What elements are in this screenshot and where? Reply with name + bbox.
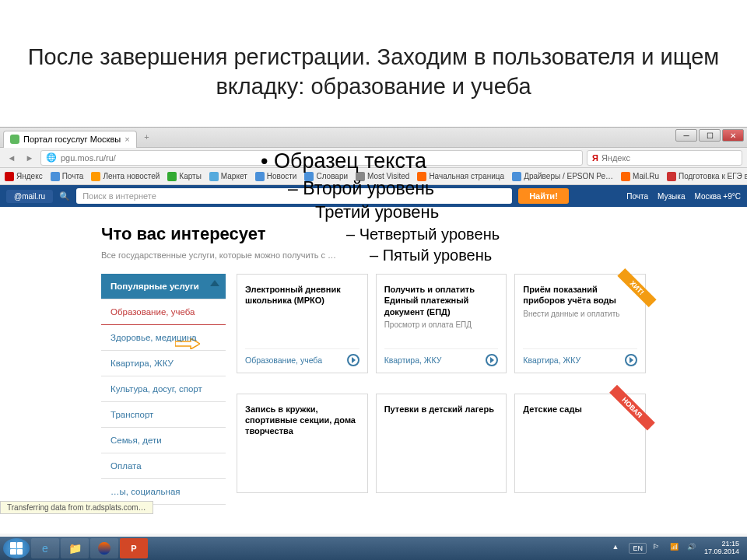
service-card[interactable]: Электронный дневник школьника (МРКО) Обр… [237, 274, 368, 373]
card-title: Путевки в детский лагерь [384, 404, 499, 415]
search-icon: 🔍 [59, 191, 70, 201]
bookmark-item[interactable]: Mail.Ru [621, 172, 659, 181]
language-indicator[interactable]: EN [629, 543, 647, 554]
sidebar-item-health[interactable]: Здоровье, медицина [101, 325, 226, 351]
service-card[interactable]: Получить и оплатить Единый платежный док… [376, 274, 507, 373]
bookmark-item[interactable]: Лента новостей [91, 172, 160, 181]
tab-title: Портал госуслуг Москвы [23, 135, 121, 144]
close-button[interactable]: ✕ [722, 129, 744, 142]
sidebar-item-family[interactable]: Семья, дети [101, 428, 226, 453]
service-card[interactable]: ХИТ! Приём показаний приборов учёта воды… [514, 274, 646, 373]
favicon-icon [10, 135, 19, 144]
sidebar-item-culture[interactable]: Культура, досуг, спорт [101, 376, 226, 402]
mail-link[interactable]: Почта [626, 192, 648, 201]
bookmark-item[interactable]: Почта [51, 172, 84, 181]
new-tab-button[interactable]: + [140, 132, 154, 146]
taskbar-ie-icon[interactable]: e [31, 538, 59, 558]
network-icon[interactable]: 📶 [670, 543, 681, 554]
tab-bar: Портал госуслуг Москвы × + ─ ☐ ✕ [0, 128, 747, 148]
music-link[interactable]: Музыка [658, 192, 685, 201]
mailru-logo[interactable]: @mail.ru [6, 190, 53, 203]
card-footer: Квартира, ЖКУ [384, 348, 499, 366]
slide-title: После завершения регистрации. Заходим в … [0, 0, 747, 117]
service-card[interactable]: НОВАЯ Детские сады [514, 394, 646, 493]
sidebar-item-payment[interactable]: Оплата [101, 453, 226, 479]
bookmark-icon [209, 172, 219, 181]
outline-l2: – Второй уровень [288, 178, 500, 199]
flag-icon[interactable]: 🏳 [653, 543, 664, 554]
sidebar-item-education[interactable]: Образование, учеба [101, 299, 226, 325]
bookmark-icon [51, 172, 60, 181]
bookmark-icon [91, 172, 100, 181]
card-title: Получить и оплатить Единый платежный док… [384, 284, 499, 317]
forward-button[interactable]: ► [23, 151, 37, 165]
placeholder-outline: Образец текста – Второй уровень Третий у… [261, 149, 500, 264]
windows-taskbar: e 📁 P ▲ EN 🏳 📶 🔊 21:15 17.09.2014 [0, 537, 747, 560]
minimize-button[interactable]: ─ [675, 129, 697, 142]
status-bar: Transferring data from tr.adsplats.com… [0, 501, 153, 514]
sidebar-item-popular[interactable]: Популярные услуги [101, 274, 226, 299]
card-desc: Просмотр и оплата ЕПД [384, 320, 499, 329]
taskbar-explorer-icon[interactable]: 📁 [61, 538, 89, 558]
clock[interactable]: 21:15 17.09.2014 [704, 541, 739, 556]
system-tray: ▲ EN 🏳 📶 🔊 21:15 17.09.2014 [612, 541, 744, 556]
outline-l1: Образец текста [261, 149, 500, 173]
play-icon[interactable] [486, 354, 498, 366]
taskbar-firefox-icon[interactable] [90, 538, 118, 558]
bookmark-item[interactable]: Подготовка к ЕГЭ в уч… [667, 172, 747, 181]
date-text: 17.09.2014 [704, 548, 739, 556]
play-icon[interactable] [625, 354, 637, 366]
service-cards-grid: Электронный дневник школьника (МРКО) Обр… [237, 274, 646, 505]
start-button[interactable] [3, 538, 30, 558]
bookmark-icon [621, 172, 630, 181]
outline-l3: Третий уровень [315, 202, 500, 222]
search-input[interactable]: Я Яндекс [587, 150, 742, 166]
back-button[interactable]: ◄ [5, 151, 19, 165]
card-footer: Образование, учеба [245, 348, 359, 366]
bookmark-icon [5, 172, 14, 181]
weather-widget[interactable]: Москва +9°С [694, 192, 741, 201]
outline-l5: – Пятый уровень [370, 247, 500, 264]
sidebar-item-housing[interactable]: Квартира, ЖКУ [101, 351, 226, 376]
tray-up-icon[interactable]: ▲ [612, 543, 622, 554]
bookmark-item[interactable]: Яндекс [5, 172, 43, 181]
card-title: Запись в кружки, спортивные секции, дома… [245, 404, 359, 437]
window-controls: ─ ☐ ✕ [674, 129, 744, 142]
category-sidebar: Популярные услуги Образование, учеба Здо… [101, 274, 226, 505]
card-title: Детские сады [523, 404, 637, 415]
search-placeholder: Яндекс [601, 153, 630, 163]
bookmark-icon [167, 172, 177, 181]
browser-tab[interactable]: Портал госуслуг Москвы × [3, 131, 137, 148]
url-text: pgu.mos.ru/ru/ [61, 153, 116, 163]
card-footer: Квартира, ЖКУ [523, 348, 637, 366]
card-desc: Внести данные и оплатить [523, 310, 637, 318]
maximize-button[interactable]: ☐ [699, 129, 721, 142]
bookmark-item[interactable]: Маркет [209, 172, 247, 181]
service-card[interactable]: Запись в кружки, спортивные секции, дома… [237, 394, 368, 493]
globe-icon: 🌐 [46, 152, 57, 163]
service-card[interactable]: Путевки в детский лагерь [376, 394, 507, 493]
bookmark-item[interactable]: Карты [167, 172, 202, 181]
play-icon[interactable] [347, 354, 359, 366]
bookmark-item[interactable]: Драйверы / EPSON Ре… [512, 172, 613, 181]
card-title: Приём показаний приборов учёта воды [523, 284, 637, 306]
yandex-icon: Я [592, 153, 598, 163]
card-title: Электронный дневник школьника (МРКО) [245, 284, 359, 306]
close-icon[interactable]: × [124, 135, 129, 144]
bookmark-icon [667, 172, 676, 181]
sidebar-item-transport[interactable]: Транспорт [101, 402, 226, 428]
volume-icon[interactable]: 🔊 [687, 543, 698, 554]
mailru-links: Почта Музыка Москва +9°С [626, 192, 741, 201]
taskbar-powerpoint-icon[interactable]: P [120, 538, 148, 558]
outline-l4: – Четвертый уровень [346, 226, 500, 243]
find-button[interactable]: Найти! [518, 188, 569, 204]
bookmark-icon [512, 172, 521, 181]
